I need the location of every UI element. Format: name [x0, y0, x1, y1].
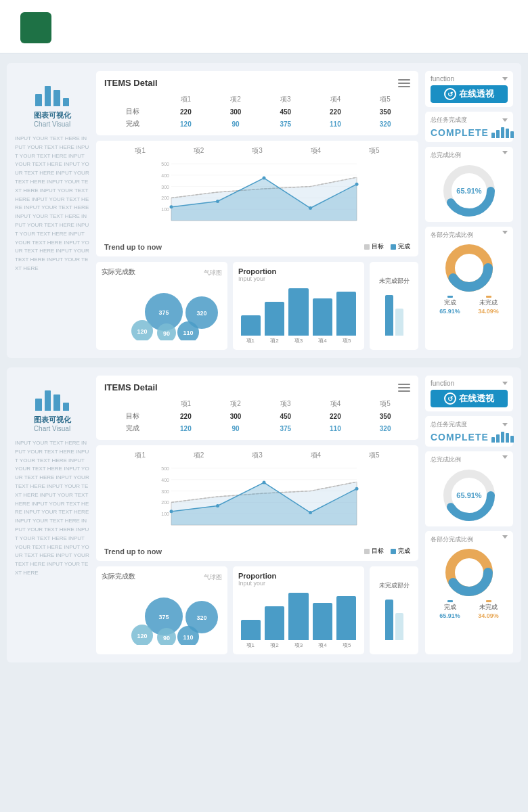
complete-chevron-icon[interactable] — [502, 423, 508, 426]
menu-line2 — [398, 387, 410, 388]
line-chart-card: 项1项2项3项4项5 500400300200100 Trend up to n… — [96, 141, 418, 256]
proportion-bar-group — [265, 606, 284, 640]
table-cell: 110 — [311, 422, 361, 434]
bubble-chart-area: 375 320 120 90 110 — [102, 279, 222, 340]
ratio-chevron-icon[interactable] — [502, 151, 508, 154]
svg-text:500: 500 — [161, 162, 169, 166]
table-cell: 220 — [161, 106, 211, 118]
ratio-legend-val: 34.09% — [478, 612, 499, 619]
complete-card: 总任务完成度 COMPLETE — [425, 416, 513, 447]
table-cell: 300 — [211, 410, 261, 422]
menu-line3 — [398, 390, 410, 392]
input-text-area: INPUT YOUR TEXT HERE INPUT YOUR TEXT HER… — [15, 135, 89, 273]
x-label: 项4 — [311, 146, 322, 156]
panel-left-title: 图表可视化 — [34, 110, 71, 120]
proportion-x-label: 项2 — [270, 337, 278, 344]
bar4 — [63, 98, 70, 106]
function-header: function — [431, 380, 508, 387]
svg-point-12 — [170, 205, 173, 208]
table-cell: 450 — [261, 410, 311, 422]
bar-chart-area — [238, 285, 359, 336]
items-detail-card: ITEMS Detail 项1项2项3项4项5 目标 — [96, 71, 418, 135]
col-header: 项2 — [211, 398, 261, 410]
legend-item: 完成 — [391, 242, 410, 251]
ratio-chevron-icon[interactable] — [502, 455, 508, 459]
svg-text:120: 120 — [137, 633, 147, 639]
menu-icon[interactable] — [398, 384, 410, 392]
legend-item: 目标 — [364, 547, 384, 556]
table-cell: 300 — [211, 106, 261, 118]
table-cell: 320 — [360, 118, 410, 130]
chart-legend: 目标 完成 — [364, 547, 410, 556]
chart-icon — [35, 382, 69, 411]
panel-right-1: function ↺ 在线透视 总任务完成度 COMPLETE — [425, 71, 513, 350]
each-ratio-card: 各部分完成比例 完成 65.91% — [425, 227, 513, 350]
x-label: 项1 — [135, 451, 146, 460]
proportion-bar — [241, 315, 261, 336]
chevron-down-icon[interactable] — [502, 382, 508, 385]
panel-right-2: function ↺ 在线透视 总任务完成度 COMPLETE — [425, 376, 513, 654]
svg-text:375: 375 — [158, 614, 169, 621]
table-cell: 120 — [161, 422, 211, 434]
items-detail-title: ITEMS Detail — [104, 78, 158, 88]
function-card: function ↺ 在线透视 — [425, 71, 513, 107]
svg-point-13 — [216, 200, 219, 203]
x-label: 项5 — [369, 146, 380, 156]
proportion-bar — [288, 593, 308, 640]
panel-main-2: ITEMS Detail 项1项2项3项4项5 目标 — [96, 376, 418, 654]
panel-main-1: ITEMS Detail 项1项2项3项4项5 目标 — [96, 71, 418, 350]
legend-label: 目标 — [372, 242, 384, 251]
table-cell: 220 — [161, 410, 211, 422]
table-cell: 320 — [360, 422, 410, 434]
col-header: 项1 — [161, 93, 211, 106]
table-cell: 110 — [311, 118, 361, 130]
mini-bar — [501, 127, 504, 138]
complete-row: COMPLETE — [431, 432, 508, 443]
bubble-subtitle: 气球图 — [204, 269, 222, 277]
donut-wrap: 65.91% — [431, 468, 508, 522]
proportion-x-label: 项4 — [318, 641, 326, 649]
svg-point-44 — [216, 504, 219, 508]
menu-icon[interactable] — [398, 79, 410, 87]
panel-left-1: 图表可视化 Chart Visual INPUT YOUR TEXT HERE … — [15, 71, 89, 350]
complete-header: 总任务完成度 — [431, 116, 508, 125]
online-btn-label: 在线透视 — [459, 392, 494, 405]
online-btn[interactable]: ↺ 在线透视 — [431, 390, 508, 407]
ratio-label: 总完成比例 — [431, 151, 461, 160]
unfinished-bar-group — [385, 593, 403, 640]
complete-value: COMPLETE — [431, 127, 489, 138]
proportion-bar — [336, 596, 356, 640]
ratio-card: 总完成比例 65.91% — [425, 147, 513, 222]
bubble-title: 实际完成数 — [102, 267, 135, 277]
proportion-bar-group — [265, 302, 284, 336]
chevron-down-icon[interactable] — [502, 77, 508, 81]
each-ratio-label: 各部分完成比例 — [431, 535, 473, 544]
online-btn[interactable]: ↺ 在线透视 — [431, 85, 508, 103]
table-cell: 90 — [211, 118, 261, 130]
col-header: 项5 — [360, 93, 410, 106]
online-btn-icon: ↺ — [444, 392, 456, 405]
mini-bar — [491, 437, 495, 443]
bubble-subtitle: 气球图 — [204, 573, 222, 582]
each-ratio-label: 各部分完成比例 — [431, 231, 473, 240]
x-label: 项2 — [194, 146, 204, 156]
each-ratio-chevron-icon[interactable] — [502, 231, 508, 234]
proportion-x-label: 项5 — [343, 337, 351, 344]
menu-line3 — [398, 86, 410, 87]
x-label: 项2 — [194, 451, 204, 460]
ratio-card: 总完成比例 65.91% — [425, 451, 513, 526]
line-chart-svg: 500400300200100 — [104, 463, 410, 544]
proportion-x-labels: 项1项2项3项4项5 — [238, 641, 359, 649]
complete-row: COMPLETE — [431, 127, 508, 138]
donut-wrap: 65.91% — [431, 164, 508, 218]
chart-footer: Trend up to now 目标 完成 — [104, 242, 410, 251]
items-table: 项1项2项3项4项5 目标 220300450220350 完成 1209037… — [104, 398, 410, 434]
complete-chevron-icon[interactable] — [502, 118, 508, 122]
bar2 — [45, 390, 51, 411]
col-header-empty — [104, 398, 161, 410]
col-header: 项1 — [161, 398, 211, 410]
svg-text:200: 200 — [161, 196, 169, 200]
dashboard-panel-1: 图表可视化 Chart Visual INPUT YOUR TEXT HERE … — [7, 63, 521, 358]
proportion-x-label: 项5 — [343, 641, 351, 649]
each-ratio-chevron-icon[interactable] — [502, 535, 508, 539]
